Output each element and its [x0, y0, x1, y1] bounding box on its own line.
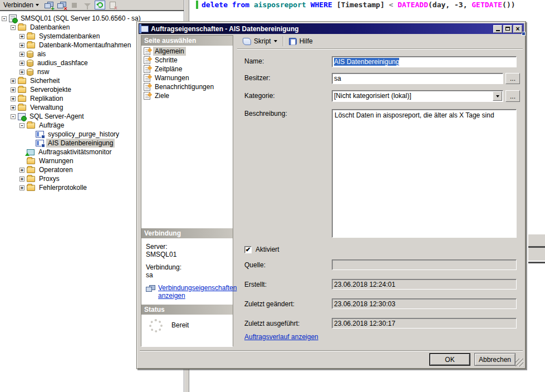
nav-item-schritte[interactable]: Schritte [141, 56, 233, 65]
executed-field: 23.06.2018 12:30:17 [332, 318, 517, 329]
collapse-minus-box[interactable] [11, 25, 16, 30]
expand-spacer [19, 159, 24, 164]
connect-dropdown-button[interactable]: Verbinden [1, 1, 41, 9]
expand-plus-box[interactable] [19, 61, 24, 66]
nav-item-zeitpläne[interactable]: Zeitpläne [141, 65, 233, 74]
dialog-nav-list: AllgemeinSchritteZeitpläneWarnungenBenac… [141, 46, 233, 228]
connection-label: Verbindung: [146, 263, 228, 271]
expand-plus-box[interactable] [11, 96, 16, 101]
folder-icon [27, 185, 35, 191]
selected-text: AIS Datenbereinigung [334, 58, 399, 66]
owner-browse-button[interactable]: ... [505, 73, 520, 84]
folder-icon [27, 158, 35, 164]
expand-plus-box[interactable] [19, 34, 24, 39]
category-select[interactable]: [Nicht kategorisiert (lokal)] [332, 90, 503, 102]
view-job-history-link[interactable]: Auftragsverlauf anzeigen [244, 333, 318, 341]
script-dropdown-button[interactable]: Skript [240, 36, 279, 46]
expand-plus-box[interactable] [19, 177, 24, 182]
enabled-checkbox[interactable]: ✔ [244, 246, 252, 253]
maximize-icon [505, 27, 510, 31]
sql-token: (day, [428, 1, 454, 9]
help-book-icon [289, 38, 297, 45]
tree-item-label: SMSQL01 (SQL Server 10.50.6560 - sa) [19, 14, 143, 23]
collapse-minus-box[interactable] [11, 114, 16, 119]
owner-input[interactable]: sa [332, 73, 503, 84]
minimize-button[interactable] [493, 25, 502, 33]
page-icon [144, 56, 150, 64]
change-tracking-bar [196, 1, 198, 9]
funnel-glyph [84, 3, 91, 7]
resize-grip[interactable] [515, 359, 523, 366]
stop-glyph [72, 3, 77, 8]
expand-plus-box[interactable] [19, 43, 24, 48]
combo-dropdown-icon[interactable] [493, 91, 502, 101]
expand-plus-box[interactable] [19, 168, 24, 173]
created-label: Erstellt: [244, 281, 267, 288]
folder-icon [27, 122, 35, 129]
collapse-minus-box[interactable] [2, 16, 7, 21]
nav-item-allgemein[interactable]: Allgemein [141, 47, 233, 56]
nav-item-ziele[interactable]: Ziele [141, 91, 233, 100]
modified-label: Zuletzt geändert: [244, 300, 294, 308]
nav-item-benachrichtigungen[interactable]: Benachrichtigungen [141, 82, 233, 91]
job-icon [36, 140, 44, 146]
created-field: 23.06.2018 12:24:01 [332, 279, 517, 290]
category-label: Kategorie: [244, 92, 275, 100]
modified-field: 23.06.2018 12:30:03 [332, 298, 517, 309]
tree-item-label: Warnungen [37, 156, 75, 165]
help-button[interactable]: Hilfe [287, 36, 315, 46]
view-connection-properties-link[interactable]: Verbindungseigenschaften anzeigen [158, 284, 237, 300]
script-label: Skript [254, 37, 271, 45]
name-label: Name: [244, 57, 264, 65]
tree-item-label: Serverobjekte [28, 85, 73, 94]
name-input[interactable]: AIS Datenbereinigung [332, 56, 517, 67]
category-browse-button[interactable]: ... [505, 90, 520, 102]
collapse-minus-box[interactable] [19, 123, 24, 128]
tree-item-label: Datenbank-Momentaufnahmen [37, 41, 132, 50]
tree-item-label: Fehlerprotokolle [37, 183, 89, 192]
expand-plus-box[interactable] [11, 87, 16, 92]
job-icon [140, 26, 149, 32]
tree-item-label: Systemdatenbanken [37, 32, 101, 41]
cancel-button[interactable]: Abbrechen [474, 353, 515, 366]
connect-server-icon[interactable]: + [43, 1, 54, 9]
stop-icon[interactable] [69, 1, 80, 9]
filter-icon[interactable] [82, 1, 92, 9]
background-panel-band [528, 234, 545, 246]
background-panel-divider [528, 262, 545, 263]
expand-plus-box[interactable] [11, 79, 16, 84]
nav-item-warnungen[interactable]: Warnungen [141, 74, 233, 82]
progress-spinner-icon [149, 319, 163, 332]
owner-label: Besitzer: [244, 74, 271, 82]
expand-plus-box[interactable] [19, 185, 24, 190]
expand-plus-box[interactable] [19, 52, 24, 57]
refresh-glyph [97, 2, 103, 8]
status-text: Bereit [171, 321, 189, 329]
sql-token: -3, [454, 1, 472, 9]
script-scroll-icon [243, 38, 251, 45]
page-icon [144, 47, 150, 55]
close-button[interactable] [513, 25, 522, 33]
sql-token: < [389, 1, 398, 9]
ok-button[interactable]: OK [429, 353, 470, 366]
refresh-icon[interactable] [95, 1, 105, 9]
delete-script-icon[interactable] [107, 1, 118, 9]
sql-token: ()) [502, 1, 515, 9]
maximize-button[interactable] [503, 25, 512, 33]
page-icon [144, 65, 150, 73]
page-icon [144, 83, 150, 91]
expand-plus-box[interactable] [19, 70, 24, 75]
chevron-down-icon [274, 40, 277, 42]
dialog-titlebar[interactable]: Auftragseigenschaften - AIS Datenbereini… [139, 23, 524, 34]
chevron-down-icon [36, 4, 39, 6]
category-value: [Nicht kategorisiert (lokal)] [334, 92, 411, 100]
folder-icon [18, 96, 26, 102]
tree-item-label: Operatoren [37, 165, 75, 174]
description-textarea[interactable]: Löscht Daten in aisposreport, die älter … [332, 109, 517, 238]
help-label: Hilfe [299, 37, 313, 45]
disconnect-server-icon[interactable]: × [56, 1, 67, 9]
status-panel: Bereit [141, 315, 233, 347]
expand-spacer [19, 150, 24, 155]
minimize-icon [496, 30, 500, 31]
expand-plus-box[interactable] [11, 105, 16, 110]
